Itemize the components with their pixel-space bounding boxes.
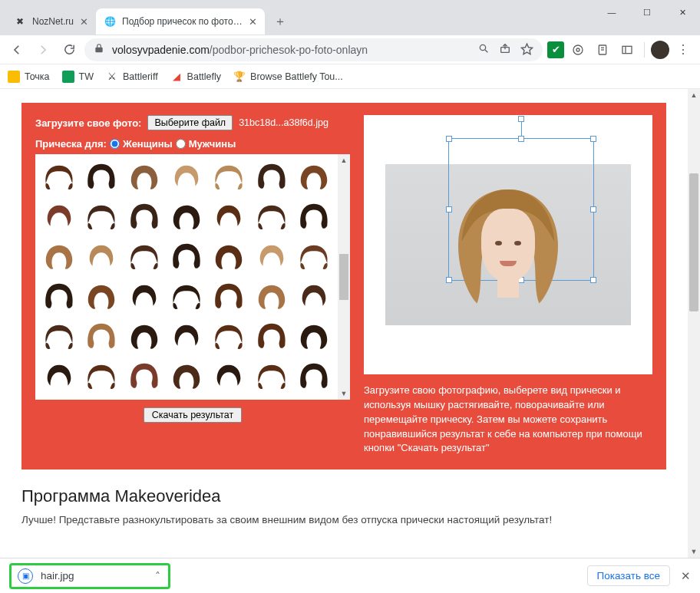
nav-forward-button[interactable] bbox=[32, 39, 54, 61]
palette-scrollbar[interactable]: ▲ ▼ bbox=[338, 154, 350, 400]
hairstyle-thumb[interactable] bbox=[294, 357, 335, 395]
bookmark-item[interactable]: 🏆Browse Battlefy Tou... bbox=[233, 71, 343, 83]
extension-network-icon[interactable] bbox=[567, 39, 589, 61]
hairstyle-thumb[interactable] bbox=[209, 317, 249, 355]
gender-male-label[interactable]: Мужчины bbox=[189, 138, 236, 150]
hairstyle-thumb[interactable] bbox=[251, 317, 292, 355]
gender-female-radio[interactable] bbox=[110, 139, 120, 149]
hairstyle-thumb[interactable] bbox=[38, 277, 79, 315]
resize-handle[interactable] bbox=[446, 136, 452, 142]
new-tab-button[interactable]: ＋ bbox=[269, 11, 291, 32]
hairstyle-thumb[interactable] bbox=[38, 357, 79, 395]
hairstyle-thumb[interactable] bbox=[166, 317, 206, 355]
bookmark-item[interactable]: ◢Battlefly bbox=[170, 71, 221, 83]
search-in-page-icon[interactable] bbox=[477, 42, 490, 58]
tab-title: Подбор причесок по фото онла bbox=[122, 16, 243, 27]
hairstyle-thumb[interactable] bbox=[209, 357, 249, 395]
resize-handle[interactable] bbox=[518, 136, 524, 142]
bookmark-item[interactable]: Точка bbox=[8, 71, 50, 83]
hairstyle-thumb[interactable] bbox=[124, 197, 164, 236]
share-icon[interactable] bbox=[499, 42, 511, 58]
hairstyle-thumb[interactable] bbox=[124, 237, 164, 275]
address-bar[interactable]: volosyvpadenie.com/podbor-prichesok-po-f… bbox=[84, 38, 543, 61]
hairstyle-thumb[interactable] bbox=[81, 157, 121, 196]
hairstyle-thumb[interactable] bbox=[124, 357, 164, 395]
hairstyle-thumb[interactable] bbox=[294, 317, 335, 355]
hairstyle-thumb[interactable] bbox=[209, 277, 249, 315]
hairstyle-thumb[interactable] bbox=[251, 197, 292, 236]
hairstyle-thumb[interactable] bbox=[38, 157, 79, 196]
hairstyle-thumb[interactable] bbox=[38, 237, 79, 275]
image-file-icon: ▣ bbox=[18, 568, 33, 584]
hairstyle-thumb[interactable] bbox=[38, 197, 79, 236]
hairstyle-thumb[interactable] bbox=[38, 317, 79, 355]
extension-check-icon[interactable]: ✔ bbox=[547, 41, 564, 58]
hairstyle-thumb[interactable] bbox=[251, 277, 292, 315]
hairstyle-thumb[interactable] bbox=[251, 357, 292, 395]
download-chip[interactable]: ▣ hair.jpg ˄ bbox=[9, 563, 170, 589]
scroll-thumb[interactable] bbox=[689, 173, 698, 311]
gender-male-radio[interactable] bbox=[176, 139, 186, 149]
window-minimize-button[interactable]: — bbox=[594, 0, 629, 25]
scroll-thumb[interactable] bbox=[339, 254, 348, 300]
tab-close-icon[interactable]: ✕ bbox=[80, 16, 88, 28]
preview-canvas[interactable] bbox=[364, 115, 652, 374]
scroll-down-icon[interactable]: ▼ bbox=[688, 545, 700, 558]
hairstyle-thumb[interactable] bbox=[166, 197, 206, 236]
svg-point-5 bbox=[576, 48, 579, 51]
hairstyle-thumb[interactable] bbox=[124, 317, 164, 355]
resize-handle[interactable] bbox=[590, 136, 596, 142]
chevron-up-icon[interactable]: ˄ bbox=[155, 570, 160, 582]
hairstyle-thumb[interactable] bbox=[209, 157, 249, 196]
hairstyle-thumb[interactable] bbox=[294, 277, 335, 315]
scroll-down-icon[interactable]: ▼ bbox=[338, 387, 350, 400]
close-shelf-button[interactable]: ✕ bbox=[681, 569, 691, 583]
extension-note-icon[interactable] bbox=[592, 39, 613, 61]
lock-icon bbox=[94, 43, 104, 56]
nav-reload-button[interactable] bbox=[58, 39, 80, 61]
browser-tab-inactive[interactable]: ✖︎ NozNet.ru ✕ bbox=[6, 8, 96, 35]
choose-file-button[interactable]: Выберите файл bbox=[147, 115, 233, 130]
browser-tab-active[interactable]: 🌐 Подбор причесок по фото онла ✕ bbox=[96, 8, 265, 35]
window-controls: — ☐ ✕ bbox=[594, 0, 700, 25]
hairstyle-thumb[interactable] bbox=[81, 357, 121, 395]
window-maximize-button[interactable]: ☐ bbox=[629, 0, 665, 25]
nav-back-button[interactable] bbox=[6, 39, 28, 61]
show-all-downloads-button[interactable]: Показать все bbox=[587, 565, 670, 586]
browser-menu-button[interactable]: ⋮ bbox=[672, 39, 694, 61]
window-close-button[interactable]: ✕ bbox=[665, 0, 700, 25]
gender-female-label[interactable]: Женщины bbox=[123, 138, 173, 150]
svg-rect-10 bbox=[622, 46, 632, 53]
download-result-button[interactable]: Скачать результат bbox=[144, 407, 242, 423]
hairstyle-thumb[interactable] bbox=[124, 277, 164, 315]
bookmark-star-icon[interactable] bbox=[520, 42, 533, 58]
hairstyle-thumb[interactable] bbox=[166, 237, 206, 275]
hairstyle-thumb[interactable] bbox=[166, 277, 206, 315]
hairstyle-thumb[interactable] bbox=[209, 197, 249, 236]
hairstyle-thumb[interactable] bbox=[294, 237, 335, 275]
scroll-up-icon[interactable]: ▲ bbox=[688, 89, 700, 101]
hairstyle-thumb[interactable] bbox=[124, 157, 164, 196]
scroll-up-icon[interactable]: ▲ bbox=[338, 154, 350, 166]
hairstyle-thumb[interactable] bbox=[81, 197, 121, 236]
hairstyle-thumb[interactable] bbox=[166, 357, 206, 395]
hairstyle-thumb[interactable] bbox=[81, 277, 121, 315]
extension-panel-icon[interactable] bbox=[616, 39, 638, 61]
hairstyle-thumb[interactable] bbox=[209, 237, 249, 275]
tab-close-icon[interactable]: ✕ bbox=[249, 16, 257, 28]
bookmark-label: Battleriff bbox=[123, 71, 158, 82]
hairstyle-thumb[interactable] bbox=[251, 157, 292, 196]
bookmark-item[interactable]: TW bbox=[62, 71, 94, 83]
rotate-handle[interactable] bbox=[518, 116, 524, 122]
window-titlebar: ✖︎ NozNet.ru ✕ 🌐 Подбор причесок по фото… bbox=[0, 0, 700, 35]
hairstyle-thumb[interactable] bbox=[166, 157, 206, 196]
hairstyle-thumb[interactable] bbox=[81, 237, 121, 275]
profile-avatar[interactable] bbox=[651, 41, 669, 59]
bookmarks-bar: Точка TW ⚔Battleriff ◢Battlefly 🏆Browse … bbox=[0, 64, 700, 89]
bookmark-item[interactable]: ⚔Battleriff bbox=[106, 71, 158, 83]
hairstyle-thumb[interactable] bbox=[81, 317, 121, 355]
hairstyle-thumb[interactable] bbox=[294, 157, 335, 196]
hairstyle-thumb[interactable] bbox=[294, 197, 335, 236]
page-scrollbar[interactable]: ▲ ▼ bbox=[688, 89, 700, 558]
hairstyle-thumb[interactable] bbox=[251, 237, 292, 275]
